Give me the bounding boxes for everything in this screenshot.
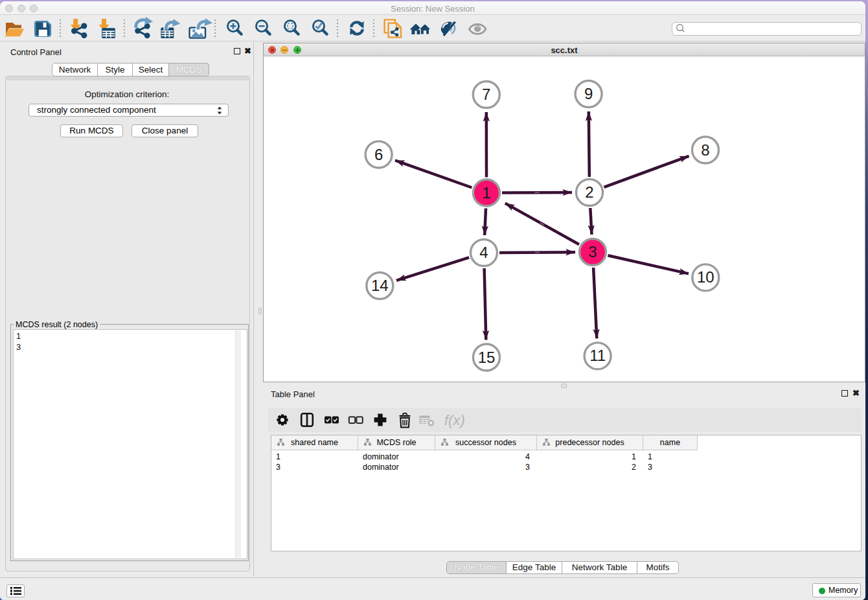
svg-text:10: 10 [697, 268, 714, 286]
svg-text:4: 4 [479, 244, 488, 261]
svg-text:6: 6 [374, 146, 383, 163]
svg-text:9: 9 [584, 85, 593, 102]
svg-text:2: 2 [585, 183, 593, 201]
svg-text:3: 3 [588, 243, 597, 260]
svg-text:15: 15 [478, 349, 496, 366]
svg-text:14: 14 [371, 277, 389, 294]
svg-text:7: 7 [482, 86, 490, 103]
svg-text:1: 1 [482, 184, 490, 202]
svg-text:8: 8 [701, 141, 709, 159]
svg-text:11: 11 [589, 347, 606, 364]
svg-text:f(x): f(x) [444, 412, 465, 428]
